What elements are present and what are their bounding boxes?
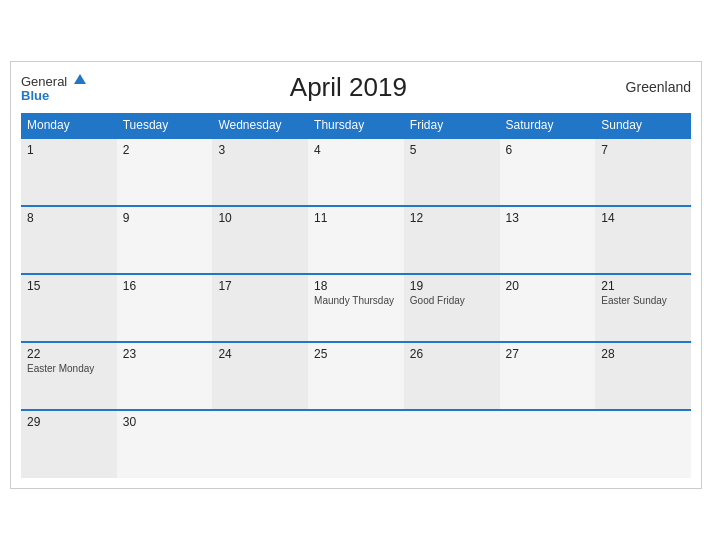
day-event: Easter Sunday	[601, 295, 685, 306]
day-event: Good Friday	[410, 295, 494, 306]
calendar-day-cell: 6	[500, 138, 596, 206]
calendar-header-row: Monday Tuesday Wednesday Thursday Friday…	[21, 113, 691, 138]
col-saturday: Saturday	[500, 113, 596, 138]
day-number: 24	[218, 347, 302, 361]
col-tuesday: Tuesday	[117, 113, 213, 138]
calendar-container: General Blue April 2019 Greenland Monday…	[10, 61, 702, 490]
calendar-day-cell: 13	[500, 206, 596, 274]
day-number: 6	[506, 143, 590, 157]
day-number: 12	[410, 211, 494, 225]
calendar-region: Greenland	[611, 79, 691, 95]
day-number: 26	[410, 347, 494, 361]
day-number: 27	[506, 347, 590, 361]
calendar-day-cell: 12	[404, 206, 500, 274]
col-monday: Monday	[21, 113, 117, 138]
calendar-header: General Blue April 2019 Greenland	[21, 72, 691, 104]
calendar-day-cell: 1	[21, 138, 117, 206]
calendar-day-cell	[212, 410, 308, 478]
day-number: 29	[27, 415, 111, 429]
calendar-day-cell	[500, 410, 596, 478]
day-number: 4	[314, 143, 398, 157]
day-number: 11	[314, 211, 398, 225]
logo-general-text: General	[21, 74, 67, 89]
day-number: 10	[218, 211, 302, 225]
col-friday: Friday	[404, 113, 500, 138]
day-number: 2	[123, 143, 207, 157]
calendar-week-row: 1234567	[21, 138, 691, 206]
day-number: 18	[314, 279, 398, 293]
calendar-day-cell: 29	[21, 410, 117, 478]
calendar-day-cell: 11	[308, 206, 404, 274]
day-number: 17	[218, 279, 302, 293]
calendar-week-row: 2930	[21, 410, 691, 478]
day-event: Easter Monday	[27, 363, 111, 374]
calendar-day-cell: 17	[212, 274, 308, 342]
calendar-day-cell: 24	[212, 342, 308, 410]
calendar-day-cell: 21Easter Sunday	[595, 274, 691, 342]
day-number: 8	[27, 211, 111, 225]
calendar-day-cell: 15	[21, 274, 117, 342]
calendar-day-cell: 9	[117, 206, 213, 274]
calendar-day-cell: 7	[595, 138, 691, 206]
day-number: 21	[601, 279, 685, 293]
calendar-day-cell: 5	[404, 138, 500, 206]
day-number: 28	[601, 347, 685, 361]
calendar-day-cell: 10	[212, 206, 308, 274]
calendar-day-cell: 28	[595, 342, 691, 410]
day-event: Maundy Thursday	[314, 295, 398, 306]
calendar-day-cell: 26	[404, 342, 500, 410]
day-number: 7	[601, 143, 685, 157]
col-wednesday: Wednesday	[212, 113, 308, 138]
calendar-day-cell	[308, 410, 404, 478]
day-number: 13	[506, 211, 590, 225]
logo-general: General	[21, 72, 86, 90]
logo: General Blue	[21, 72, 86, 104]
calendar-day-cell: 20	[500, 274, 596, 342]
logo-triangle-icon	[74, 74, 86, 84]
calendar-day-cell: 27	[500, 342, 596, 410]
day-number: 25	[314, 347, 398, 361]
col-thursday: Thursday	[308, 113, 404, 138]
day-number: 23	[123, 347, 207, 361]
calendar-day-cell: 25	[308, 342, 404, 410]
calendar-day-cell: 4	[308, 138, 404, 206]
calendar-day-cell: 23	[117, 342, 213, 410]
day-number: 14	[601, 211, 685, 225]
calendar-day-cell: 16	[117, 274, 213, 342]
day-number: 19	[410, 279, 494, 293]
calendar-day-cell	[595, 410, 691, 478]
calendar-day-cell	[404, 410, 500, 478]
calendar-title: April 2019	[86, 72, 611, 103]
calendar-day-cell: 30	[117, 410, 213, 478]
calendar-week-row: 22Easter Monday232425262728	[21, 342, 691, 410]
day-number: 16	[123, 279, 207, 293]
col-sunday: Sunday	[595, 113, 691, 138]
logo-blue-text: Blue	[21, 89, 86, 103]
calendar-day-cell: 14	[595, 206, 691, 274]
calendar-day-cell: 3	[212, 138, 308, 206]
calendar-day-cell: 8	[21, 206, 117, 274]
calendar-day-cell: 22Easter Monday	[21, 342, 117, 410]
day-number: 9	[123, 211, 207, 225]
calendar-day-cell: 18Maundy Thursday	[308, 274, 404, 342]
calendar-week-row: 15161718Maundy Thursday19Good Friday2021…	[21, 274, 691, 342]
day-number: 30	[123, 415, 207, 429]
calendar-week-row: 891011121314	[21, 206, 691, 274]
day-number: 5	[410, 143, 494, 157]
day-number: 20	[506, 279, 590, 293]
day-number: 1	[27, 143, 111, 157]
calendar-day-cell: 19Good Friday	[404, 274, 500, 342]
day-number: 22	[27, 347, 111, 361]
calendar-day-cell: 2	[117, 138, 213, 206]
day-number: 15	[27, 279, 111, 293]
day-number: 3	[218, 143, 302, 157]
calendar-grid: Monday Tuesday Wednesday Thursday Friday…	[21, 113, 691, 478]
